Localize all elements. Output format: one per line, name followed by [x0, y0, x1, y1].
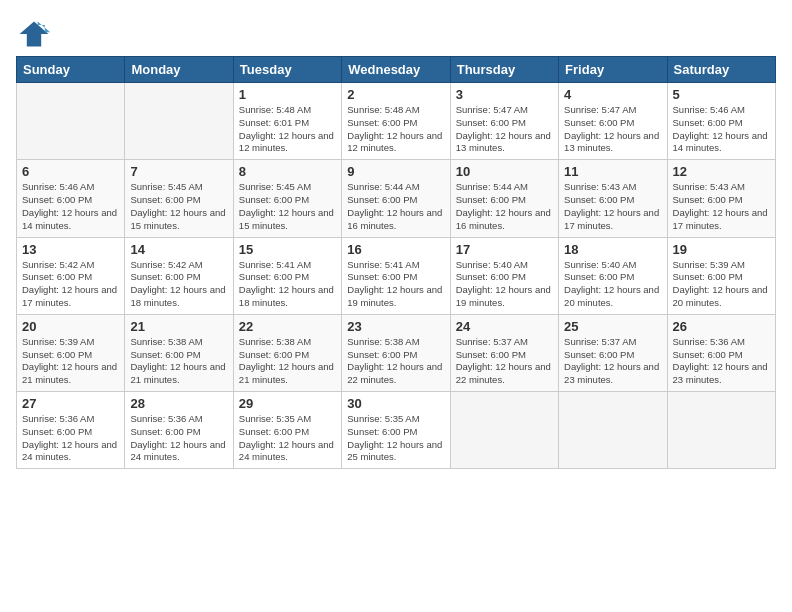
calendar-cell: 13Sunrise: 5:42 AM Sunset: 6:00 PM Dayli… [17, 237, 125, 314]
day-number: 9 [347, 164, 444, 179]
calendar-cell [667, 392, 775, 469]
day-number: 5 [673, 87, 770, 102]
day-info: Sunrise: 5:39 AM Sunset: 6:00 PM Dayligh… [673, 259, 770, 310]
calendar-cell [559, 392, 667, 469]
day-number: 14 [130, 242, 227, 257]
calendar-cell: 12Sunrise: 5:43 AM Sunset: 6:00 PM Dayli… [667, 160, 775, 237]
calendar-cell: 6Sunrise: 5:46 AM Sunset: 6:00 PM Daylig… [17, 160, 125, 237]
day-number: 17 [456, 242, 553, 257]
day-info: Sunrise: 5:39 AM Sunset: 6:00 PM Dayligh… [22, 336, 119, 387]
day-info: Sunrise: 5:37 AM Sunset: 6:00 PM Dayligh… [456, 336, 553, 387]
day-number: 8 [239, 164, 336, 179]
day-number: 4 [564, 87, 661, 102]
day-info: Sunrise: 5:41 AM Sunset: 6:00 PM Dayligh… [347, 259, 444, 310]
calendar-cell [125, 83, 233, 160]
logo-icon [16, 16, 52, 52]
calendar-cell: 16Sunrise: 5:41 AM Sunset: 6:00 PM Dayli… [342, 237, 450, 314]
day-info: Sunrise: 5:48 AM Sunset: 6:01 PM Dayligh… [239, 104, 336, 155]
calendar-cell: 26Sunrise: 5:36 AM Sunset: 6:00 PM Dayli… [667, 314, 775, 391]
day-number: 25 [564, 319, 661, 334]
week-row-1: 1Sunrise: 5:48 AM Sunset: 6:01 PM Daylig… [17, 83, 776, 160]
day-info: Sunrise: 5:37 AM Sunset: 6:00 PM Dayligh… [564, 336, 661, 387]
day-info: Sunrise: 5:38 AM Sunset: 6:00 PM Dayligh… [239, 336, 336, 387]
day-number: 24 [456, 319, 553, 334]
calendar-cell: 11Sunrise: 5:43 AM Sunset: 6:00 PM Dayli… [559, 160, 667, 237]
calendar-cell: 18Sunrise: 5:40 AM Sunset: 6:00 PM Dayli… [559, 237, 667, 314]
day-info: Sunrise: 5:38 AM Sunset: 6:00 PM Dayligh… [130, 336, 227, 387]
calendar-cell [17, 83, 125, 160]
day-number: 28 [130, 396, 227, 411]
day-number: 2 [347, 87, 444, 102]
calendar-cell: 19Sunrise: 5:39 AM Sunset: 6:00 PM Dayli… [667, 237, 775, 314]
day-number: 26 [673, 319, 770, 334]
header [16, 16, 776, 52]
day-number: 18 [564, 242, 661, 257]
day-number: 10 [456, 164, 553, 179]
day-number: 19 [673, 242, 770, 257]
header-thursday: Thursday [450, 57, 558, 83]
calendar-cell: 23Sunrise: 5:38 AM Sunset: 6:00 PM Dayli… [342, 314, 450, 391]
day-number: 1 [239, 87, 336, 102]
day-info: Sunrise: 5:41 AM Sunset: 6:00 PM Dayligh… [239, 259, 336, 310]
calendar-cell: 1Sunrise: 5:48 AM Sunset: 6:01 PM Daylig… [233, 83, 341, 160]
calendar: SundayMondayTuesdayWednesdayThursdayFrid… [16, 56, 776, 469]
week-row-4: 20Sunrise: 5:39 AM Sunset: 6:00 PM Dayli… [17, 314, 776, 391]
day-info: Sunrise: 5:36 AM Sunset: 6:00 PM Dayligh… [673, 336, 770, 387]
day-number: 12 [673, 164, 770, 179]
header-tuesday: Tuesday [233, 57, 341, 83]
calendar-cell: 24Sunrise: 5:37 AM Sunset: 6:00 PM Dayli… [450, 314, 558, 391]
calendar-cell: 25Sunrise: 5:37 AM Sunset: 6:00 PM Dayli… [559, 314, 667, 391]
day-info: Sunrise: 5:45 AM Sunset: 6:00 PM Dayligh… [130, 181, 227, 232]
day-info: Sunrise: 5:44 AM Sunset: 6:00 PM Dayligh… [347, 181, 444, 232]
calendar-cell [450, 392, 558, 469]
day-number: 13 [22, 242, 119, 257]
day-info: Sunrise: 5:42 AM Sunset: 6:00 PM Dayligh… [22, 259, 119, 310]
day-info: Sunrise: 5:47 AM Sunset: 6:00 PM Dayligh… [456, 104, 553, 155]
day-number: 22 [239, 319, 336, 334]
calendar-cell: 28Sunrise: 5:36 AM Sunset: 6:00 PM Dayli… [125, 392, 233, 469]
day-info: Sunrise: 5:43 AM Sunset: 6:00 PM Dayligh… [564, 181, 661, 232]
calendar-cell: 7Sunrise: 5:45 AM Sunset: 6:00 PM Daylig… [125, 160, 233, 237]
calendar-cell: 27Sunrise: 5:36 AM Sunset: 6:00 PM Dayli… [17, 392, 125, 469]
day-info: Sunrise: 5:36 AM Sunset: 6:00 PM Dayligh… [130, 413, 227, 464]
header-saturday: Saturday [667, 57, 775, 83]
day-number: 11 [564, 164, 661, 179]
day-number: 27 [22, 396, 119, 411]
day-info: Sunrise: 5:47 AM Sunset: 6:00 PM Dayligh… [564, 104, 661, 155]
day-number: 3 [456, 87, 553, 102]
calendar-cell: 5Sunrise: 5:46 AM Sunset: 6:00 PM Daylig… [667, 83, 775, 160]
header-sunday: Sunday [17, 57, 125, 83]
day-info: Sunrise: 5:35 AM Sunset: 6:00 PM Dayligh… [347, 413, 444, 464]
week-row-3: 13Sunrise: 5:42 AM Sunset: 6:00 PM Dayli… [17, 237, 776, 314]
day-number: 29 [239, 396, 336, 411]
day-number: 23 [347, 319, 444, 334]
calendar-cell: 10Sunrise: 5:44 AM Sunset: 6:00 PM Dayli… [450, 160, 558, 237]
day-info: Sunrise: 5:44 AM Sunset: 6:00 PM Dayligh… [456, 181, 553, 232]
day-info: Sunrise: 5:45 AM Sunset: 6:00 PM Dayligh… [239, 181, 336, 232]
calendar-cell: 29Sunrise: 5:35 AM Sunset: 6:00 PM Dayli… [233, 392, 341, 469]
header-monday: Monday [125, 57, 233, 83]
calendar-cell: 15Sunrise: 5:41 AM Sunset: 6:00 PM Dayli… [233, 237, 341, 314]
day-info: Sunrise: 5:35 AM Sunset: 6:00 PM Dayligh… [239, 413, 336, 464]
day-number: 15 [239, 242, 336, 257]
calendar-cell: 8Sunrise: 5:45 AM Sunset: 6:00 PM Daylig… [233, 160, 341, 237]
calendar-cell: 9Sunrise: 5:44 AM Sunset: 6:00 PM Daylig… [342, 160, 450, 237]
day-number: 20 [22, 319, 119, 334]
day-info: Sunrise: 5:38 AM Sunset: 6:00 PM Dayligh… [347, 336, 444, 387]
day-info: Sunrise: 5:43 AM Sunset: 6:00 PM Dayligh… [673, 181, 770, 232]
day-number: 30 [347, 396, 444, 411]
day-info: Sunrise: 5:40 AM Sunset: 6:00 PM Dayligh… [564, 259, 661, 310]
day-number: 16 [347, 242, 444, 257]
day-info: Sunrise: 5:48 AM Sunset: 6:00 PM Dayligh… [347, 104, 444, 155]
week-row-5: 27Sunrise: 5:36 AM Sunset: 6:00 PM Dayli… [17, 392, 776, 469]
day-info: Sunrise: 5:46 AM Sunset: 6:00 PM Dayligh… [673, 104, 770, 155]
day-info: Sunrise: 5:42 AM Sunset: 6:00 PM Dayligh… [130, 259, 227, 310]
header-friday: Friday [559, 57, 667, 83]
day-number: 6 [22, 164, 119, 179]
day-info: Sunrise: 5:36 AM Sunset: 6:00 PM Dayligh… [22, 413, 119, 464]
calendar-cell: 4Sunrise: 5:47 AM Sunset: 6:00 PM Daylig… [559, 83, 667, 160]
day-info: Sunrise: 5:46 AM Sunset: 6:00 PM Dayligh… [22, 181, 119, 232]
logo [16, 16, 56, 52]
calendar-cell: 3Sunrise: 5:47 AM Sunset: 6:00 PM Daylig… [450, 83, 558, 160]
calendar-cell: 2Sunrise: 5:48 AM Sunset: 6:00 PM Daylig… [342, 83, 450, 160]
